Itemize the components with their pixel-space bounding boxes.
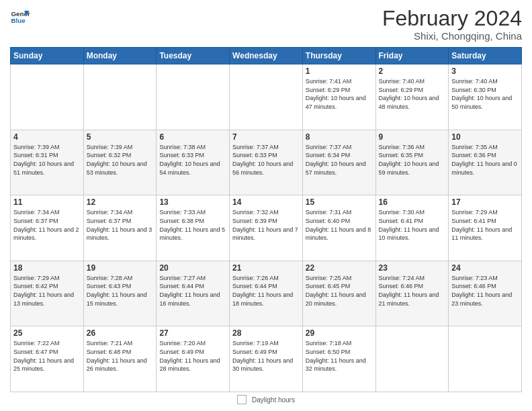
day-info: Sunrise: 7:21 AM Sunset: 6:48 PM Dayligh… bbox=[87, 339, 154, 373]
day-info: Sunrise: 7:25 AM Sunset: 6:45 PM Dayligh… bbox=[306, 274, 373, 308]
calendar-cell: 5Sunrise: 7:39 AM Sunset: 6:32 PM Daylig… bbox=[83, 130, 157, 195]
day-number: 28 bbox=[232, 328, 300, 338]
day-info: Sunrise: 7:35 AM Sunset: 6:36 PM Dayligh… bbox=[451, 143, 519, 177]
day-number: 21 bbox=[232, 263, 300, 273]
day-number: 9 bbox=[379, 132, 446, 142]
day-number: 22 bbox=[306, 263, 373, 273]
day-number: 26 bbox=[87, 328, 154, 338]
header: General Blue February 2024 Shixi, Chongq… bbox=[10, 7, 522, 42]
day-number: 6 bbox=[159, 132, 226, 142]
logo-icon: General Blue bbox=[10, 7, 30, 27]
calendar-cell: 27Sunrise: 7:20 AM Sunset: 6:49 PM Dayli… bbox=[157, 326, 230, 392]
day-info: Sunrise: 7:31 AM Sunset: 6:40 PM Dayligh… bbox=[306, 208, 373, 242]
calendar-cell: 14Sunrise: 7:32 AM Sunset: 6:39 PM Dayli… bbox=[230, 195, 303, 261]
calendar-cell: 28Sunrise: 7:19 AM Sunset: 6:49 PM Dayli… bbox=[230, 326, 303, 392]
day-number: 29 bbox=[306, 328, 373, 338]
col-header-saturday: Saturday bbox=[449, 48, 522, 64]
day-number: 2 bbox=[379, 66, 446, 76]
week-row-2: 11Sunrise: 7:34 AM Sunset: 6:37 PM Dayli… bbox=[11, 195, 522, 261]
calendar-table: SundayMondayTuesdayWednesdayThursdayFrid… bbox=[10, 47, 522, 392]
day-info: Sunrise: 7:39 AM Sunset: 6:31 PM Dayligh… bbox=[13, 143, 81, 177]
calendar-cell: 8Sunrise: 7:37 AM Sunset: 6:34 PM Daylig… bbox=[302, 130, 375, 195]
calendar-cell bbox=[375, 326, 449, 392]
day-number: 12 bbox=[87, 197, 154, 207]
day-number: 20 bbox=[159, 263, 226, 273]
day-number: 5 bbox=[87, 132, 154, 142]
col-header-sunday: Sunday bbox=[11, 48, 84, 64]
calendar-cell: 24Sunrise: 7:23 AM Sunset: 6:46 PM Dayli… bbox=[449, 261, 522, 326]
calendar-cell: 21Sunrise: 7:26 AM Sunset: 6:44 PM Dayli… bbox=[230, 261, 303, 326]
day-info: Sunrise: 7:40 AM Sunset: 6:29 PM Dayligh… bbox=[379, 77, 446, 111]
calendar-cell: 17Sunrise: 7:29 AM Sunset: 6:41 PM Dayli… bbox=[449, 195, 522, 261]
day-info: Sunrise: 7:24 AM Sunset: 6:46 PM Dayligh… bbox=[379, 274, 446, 308]
day-info: Sunrise: 7:23 AM Sunset: 6:46 PM Dayligh… bbox=[451, 274, 519, 308]
day-number: 3 bbox=[451, 66, 519, 76]
col-header-thursday: Thursday bbox=[302, 48, 375, 64]
calendar-cell: 13Sunrise: 7:33 AM Sunset: 6:38 PM Dayli… bbox=[157, 195, 230, 261]
day-number: 24 bbox=[451, 263, 519, 273]
day-number: 14 bbox=[232, 197, 300, 207]
day-info: Sunrise: 7:34 AM Sunset: 6:37 PM Dayligh… bbox=[87, 208, 154, 242]
calendar-cell: 25Sunrise: 7:22 AM Sunset: 6:47 PM Dayli… bbox=[11, 326, 84, 392]
day-info: Sunrise: 7:32 AM Sunset: 6:39 PM Dayligh… bbox=[232, 208, 300, 242]
day-number: 7 bbox=[232, 132, 300, 142]
week-row-0: 1Sunrise: 7:41 AM Sunset: 6:29 PM Daylig… bbox=[11, 64, 522, 130]
day-number: 19 bbox=[87, 263, 154, 273]
calendar-cell: 16Sunrise: 7:30 AM Sunset: 6:41 PM Dayli… bbox=[375, 195, 449, 261]
calendar-cell: 15Sunrise: 7:31 AM Sunset: 6:40 PM Dayli… bbox=[302, 195, 375, 261]
svg-text:Blue: Blue bbox=[11, 17, 26, 24]
month-title: February 2024 bbox=[382, 7, 522, 30]
calendar-cell bbox=[11, 64, 84, 130]
day-info: Sunrise: 7:38 AM Sunset: 6:33 PM Dayligh… bbox=[159, 143, 226, 177]
calendar-cell: 23Sunrise: 7:24 AM Sunset: 6:46 PM Dayli… bbox=[375, 261, 449, 326]
calendar-cell: 2Sunrise: 7:40 AM Sunset: 6:29 PM Daylig… bbox=[375, 64, 449, 130]
calendar-cell: 7Sunrise: 7:37 AM Sunset: 6:33 PM Daylig… bbox=[230, 130, 303, 195]
calendar-cell bbox=[157, 64, 230, 130]
day-number: 8 bbox=[306, 132, 373, 142]
day-info: Sunrise: 7:26 AM Sunset: 6:44 PM Dayligh… bbox=[232, 274, 300, 308]
logo: General Blue bbox=[10, 7, 30, 27]
day-info: Sunrise: 7:33 AM Sunset: 6:38 PM Dayligh… bbox=[159, 208, 226, 242]
calendar-cell bbox=[449, 326, 522, 392]
col-header-friday: Friday bbox=[375, 48, 449, 64]
day-number: 1 bbox=[306, 66, 373, 76]
calendar-cell: 19Sunrise: 7:28 AM Sunset: 6:43 PM Dayli… bbox=[83, 261, 157, 326]
day-info: Sunrise: 7:19 AM Sunset: 6:49 PM Dayligh… bbox=[232, 339, 300, 373]
day-info: Sunrise: 7:39 AM Sunset: 6:32 PM Dayligh… bbox=[87, 143, 154, 177]
calendar-cell: 12Sunrise: 7:34 AM Sunset: 6:37 PM Dayli… bbox=[83, 195, 157, 261]
day-info: Sunrise: 7:29 AM Sunset: 6:42 PM Dayligh… bbox=[13, 274, 81, 308]
day-info: Sunrise: 7:18 AM Sunset: 6:50 PM Dayligh… bbox=[306, 339, 373, 373]
day-info: Sunrise: 7:34 AM Sunset: 6:37 PM Dayligh… bbox=[13, 208, 81, 242]
day-number: 23 bbox=[379, 263, 446, 273]
legend-daylight-label: Daylight hours bbox=[252, 396, 295, 404]
day-number: 18 bbox=[13, 263, 81, 273]
calendar-cell: 4Sunrise: 7:39 AM Sunset: 6:31 PM Daylig… bbox=[11, 130, 84, 195]
calendar-cell: 26Sunrise: 7:21 AM Sunset: 6:48 PM Dayli… bbox=[83, 326, 157, 392]
day-info: Sunrise: 7:27 AM Sunset: 6:44 PM Dayligh… bbox=[159, 274, 226, 308]
day-number: 17 bbox=[451, 197, 519, 207]
day-number: 15 bbox=[306, 197, 373, 207]
page: General Blue February 2024 Shixi, Chongq… bbox=[0, 0, 532, 411]
day-info: Sunrise: 7:36 AM Sunset: 6:35 PM Dayligh… bbox=[379, 143, 446, 177]
week-row-3: 18Sunrise: 7:29 AM Sunset: 6:42 PM Dayli… bbox=[11, 261, 522, 326]
day-info: Sunrise: 7:41 AM Sunset: 6:29 PM Dayligh… bbox=[306, 77, 373, 111]
day-number: 4 bbox=[13, 132, 81, 142]
calendar-cell: 20Sunrise: 7:27 AM Sunset: 6:44 PM Dayli… bbox=[157, 261, 230, 326]
week-row-4: 25Sunrise: 7:22 AM Sunset: 6:47 PM Dayli… bbox=[11, 326, 522, 392]
calendar-cell bbox=[83, 64, 157, 130]
location-subtitle: Shixi, Chongqing, China bbox=[382, 30, 522, 42]
day-number: 13 bbox=[159, 197, 226, 207]
calendar-cell: 22Sunrise: 7:25 AM Sunset: 6:45 PM Dayli… bbox=[302, 261, 375, 326]
day-number: 10 bbox=[451, 132, 519, 142]
week-row-1: 4Sunrise: 7:39 AM Sunset: 6:31 PM Daylig… bbox=[11, 130, 522, 195]
day-info: Sunrise: 7:28 AM Sunset: 6:43 PM Dayligh… bbox=[87, 274, 154, 308]
calendar-cell bbox=[230, 64, 303, 130]
calendar-cell: 11Sunrise: 7:34 AM Sunset: 6:37 PM Dayli… bbox=[11, 195, 84, 261]
day-info: Sunrise: 7:37 AM Sunset: 6:33 PM Dayligh… bbox=[232, 143, 300, 177]
calendar-cell: 6Sunrise: 7:38 AM Sunset: 6:33 PM Daylig… bbox=[157, 130, 230, 195]
day-info: Sunrise: 7:37 AM Sunset: 6:34 PM Dayligh… bbox=[306, 143, 373, 177]
calendar-cell: 1Sunrise: 7:41 AM Sunset: 6:29 PM Daylig… bbox=[302, 64, 375, 130]
day-number: 16 bbox=[379, 197, 446, 207]
calendar-cell: 18Sunrise: 7:29 AM Sunset: 6:42 PM Dayli… bbox=[11, 261, 84, 326]
day-info: Sunrise: 7:40 AM Sunset: 6:30 PM Dayligh… bbox=[451, 77, 519, 111]
